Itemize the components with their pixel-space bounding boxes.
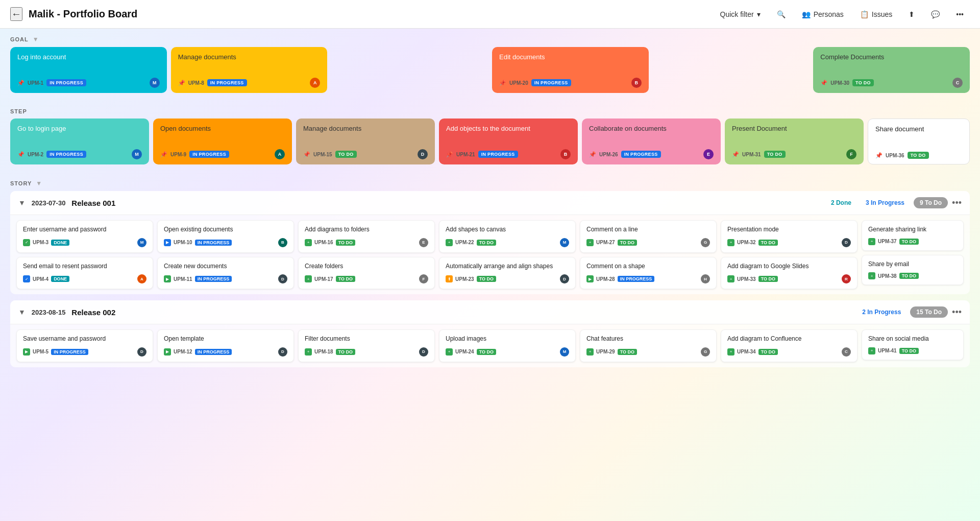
story-col-002-6: Add diagram to Confluence + UPM-34 TO DO… bbox=[721, 329, 857, 362]
story-card-upm5[interactable]: Save username and password ▶ UPM-5 IN PR… bbox=[16, 329, 153, 362]
badge-upm22: TO DO bbox=[477, 240, 496, 246]
story-card-title-upm32: Presentation mode bbox=[727, 226, 851, 234]
comment-button[interactable]: 💬 bbox=[925, 7, 946, 21]
step-card-upm2[interactable]: Go to login page 📌 UPM-2 IN PROGRESS M bbox=[10, 119, 149, 164]
card-id-upm16: UPM-16 bbox=[314, 240, 333, 245]
badge-upm12: IN PROGRESS bbox=[195, 349, 232, 355]
goal-col-2: Manage documents 📌 UPM-8 IN PROGRESS A bbox=[171, 47, 328, 93]
story-icon-upm41: + bbox=[868, 347, 875, 354]
story-card-upm24[interactable]: Upload images + UPM-24 TO DO M bbox=[439, 329, 576, 362]
story-col-002-3: Filter documents + UPM-18 TO DO D bbox=[298, 329, 435, 362]
step-card-upm21[interactable]: Add objects to the document 📌 UPM-21 IN … bbox=[439, 119, 578, 164]
header-actions: Quick filter ▾ 🔍 👥 Personas 📋 Issues ⬆ 💬… bbox=[714, 7, 970, 21]
step-col-7: Share document 📌 UPM-36 TO DO bbox=[868, 119, 970, 164]
step-avatar-2: A bbox=[275, 149, 285, 159]
story-card-upm32[interactable]: Presentation mode + UPM-32 TO DO D bbox=[721, 220, 857, 253]
story-card-upm22[interactable]: Add shapes to canvas + UPM-22 TO DO M bbox=[439, 220, 576, 253]
story-card-upm34[interactable]: Add diagram to Confluence + UPM-34 TO DO… bbox=[721, 329, 857, 362]
story-card-upm33[interactable]: Add diagram to Google Slides + UPM-33 TO… bbox=[721, 257, 857, 290]
release-001-toggle[interactable]: ▼ bbox=[18, 199, 26, 207]
more-button[interactable]: ••• bbox=[950, 7, 970, 21]
story-card-upm29[interactable]: Chat features + UPM-29 TO DO G bbox=[580, 329, 717, 362]
story-card-footer-upm22: + UPM-22 TO DO M bbox=[446, 238, 569, 247]
story-card-upm37[interactable]: Generate sharing link + UPM-37 TO DO bbox=[862, 220, 964, 251]
story-filter-icon[interactable]: ▼ bbox=[36, 180, 42, 187]
story-card-title-upm29: Chat features bbox=[586, 335, 710, 343]
step-card-upm15[interactable]: Manage documents 📌 UPM-15 TO DO D bbox=[296, 119, 435, 164]
badge-upm11: IN PROGRESS bbox=[195, 276, 232, 282]
step-card-id-7: UPM-36 bbox=[886, 153, 904, 158]
release-001-group: ▼ 2023-07-30 Release 001 2 Done 3 In Pro… bbox=[10, 191, 970, 294]
story-card-title-upm17: Create folders bbox=[305, 263, 428, 271]
story-col-001-3: Add diagrams to folders + UPM-16 TO DO E… bbox=[298, 220, 435, 289]
badge-upm38: TO DO bbox=[899, 273, 919, 279]
pin-icon-s4: 📌 bbox=[446, 151, 453, 158]
status-badge-3: IN PROGRESS bbox=[531, 79, 571, 86]
avatar-upm22: M bbox=[560, 238, 569, 247]
badge-upm27: TO DO bbox=[618, 240, 637, 246]
avatar-upm11: D bbox=[278, 274, 287, 283]
story-card-upm4[interactable]: Send email to resent password ✓ UPM-4 DO… bbox=[16, 257, 153, 290]
release-002-name: Release 002 bbox=[71, 308, 851, 317]
story-card-upm11[interactable]: Create new documents ▶ UPM-11 IN PROGRES… bbox=[157, 257, 294, 290]
badge-upm24: TO DO bbox=[477, 349, 496, 355]
goal-card-upm1[interactable]: Log into account 📌 UPM-1 IN PROGRESS M bbox=[10, 47, 167, 93]
story-card-upm12[interactable]: Open template ▶ UPM-12 IN PROGRESS D bbox=[157, 329, 294, 362]
story-card-upm16[interactable]: Add diagrams to folders + UPM-16 TO DO E bbox=[298, 220, 435, 253]
card-id-upm34: UPM-34 bbox=[737, 349, 756, 354]
goal-card-upm30[interactable]: Complete Documents 📌 UPM-30 TO DO C bbox=[813, 47, 970, 93]
story-card-footer-upm18: + UPM-18 TO DO D bbox=[305, 347, 428, 357]
pin-icon-s2: 📌 bbox=[160, 151, 167, 158]
goal-card-upm8[interactable]: Manage documents 📌 UPM-8 IN PROGRESS A bbox=[171, 47, 328, 93]
goal-card-footer-3: 📌 UPM-20 IN PROGRESS B bbox=[499, 78, 642, 88]
story-card-upm3[interactable]: Enter username and password ✓ UPM-3 DONE… bbox=[16, 220, 153, 253]
release-002-header: ▼ 2023-08-15 Release 002 2 In Progress 1… bbox=[10, 300, 970, 324]
avatar-upm33: R bbox=[842, 274, 851, 283]
goal-label: GOAL bbox=[10, 36, 29, 42]
step-card-id-4: UPM-21 bbox=[456, 152, 475, 157]
avatar-upm23: D bbox=[560, 274, 569, 283]
step-badge-5: IN PROGRESS bbox=[621, 151, 661, 158]
story-card-upm23[interactable]: Automatically arrange and align shapes ⬆… bbox=[439, 257, 576, 290]
step-card-title-2: Open documents bbox=[160, 125, 285, 133]
story-card-upm41[interactable]: Share on social media + UPM-41 TO DO bbox=[862, 329, 964, 360]
card-id-upm29: UPM-29 bbox=[596, 349, 615, 354]
story-card-upm27[interactable]: Comment on a line + UPM-27 TO DO G bbox=[580, 220, 717, 253]
share-button[interactable]: ⬆ bbox=[902, 7, 921, 21]
issues-button[interactable]: 📋 Issues bbox=[854, 7, 898, 21]
step-card-footer-5: 📌 UPM-26 IN PROGRESS E bbox=[589, 149, 714, 159]
step-card-upm9[interactable]: Open documents 📌 UPM-9 IN PROGRESS A bbox=[153, 119, 292, 164]
story-card-upm18[interactable]: Filter documents + UPM-18 TO DO D bbox=[298, 329, 435, 362]
goal-filter-icon[interactable]: ▼ bbox=[33, 36, 39, 43]
story-card-title-upm12: Open template bbox=[164, 335, 287, 343]
story-card-upm10[interactable]: Open existing documents ▶ UPM-10 IN PROG… bbox=[157, 220, 294, 253]
story-col-001-7: Generate sharing link + UPM-37 TO DO Sha… bbox=[862, 220, 964, 289]
badge-upm4: DONE bbox=[51, 276, 69, 282]
status-badge-2: IN PROGRESS bbox=[207, 79, 247, 86]
more-options-002[interactable]: ••• bbox=[952, 307, 962, 318]
quick-filter-button[interactable]: Quick filter ▾ bbox=[714, 7, 767, 21]
search-button[interactable]: 🔍 bbox=[771, 7, 792, 21]
step-card-footer-6: 📌 UPM-31 TO DO F bbox=[732, 149, 856, 159]
card-id-upm10: UPM-10 bbox=[174, 240, 192, 245]
card-id-upm37: UPM-37 bbox=[878, 239, 897, 244]
story-card-upm28[interactable]: Comment on a shape ▶ UPM-28 IN PROGRESS … bbox=[580, 257, 717, 290]
personas-button[interactable]: 👥 Personas bbox=[796, 7, 850, 21]
back-button[interactable]: ← bbox=[10, 7, 22, 21]
story-card-footer-upm11: ▶ UPM-11 IN PROGRESS D bbox=[164, 274, 287, 283]
badge-upm5: IN PROGRESS bbox=[51, 349, 88, 355]
release-001-cards: Enter username and password ✓ UPM-3 DONE… bbox=[10, 215, 970, 294]
story-card-upm38[interactable]: Share by email + UPM-38 TO DO bbox=[862, 255, 964, 286]
avatar-4: C bbox=[952, 78, 963, 88]
story-card-upm17[interactable]: Create folders + UPM-17 TO DO F bbox=[298, 257, 435, 290]
step-card-upm36[interactable]: Share document 📌 UPM-36 TO DO bbox=[868, 119, 970, 164]
step-card-upm31[interactable]: Present Document 📌 UPM-31 TO DO F bbox=[725, 119, 864, 164]
story-card-footer-upm37: + UPM-37 TO DO bbox=[868, 238, 957, 245]
badge-upm10: IN PROGRESS bbox=[195, 240, 232, 246]
avatar-upm12: D bbox=[278, 347, 287, 357]
more-options-001[interactable]: ••• bbox=[952, 198, 962, 208]
story-icon-upm34: + bbox=[727, 348, 734, 356]
release-002-toggle[interactable]: ▼ bbox=[18, 308, 26, 316]
goal-card-upm20[interactable]: Edit documents 📌 UPM-20 IN PROGRESS B bbox=[492, 47, 649, 93]
step-card-upm26[interactable]: Collaborate on documents 📌 UPM-26 IN PRO… bbox=[582, 119, 721, 164]
